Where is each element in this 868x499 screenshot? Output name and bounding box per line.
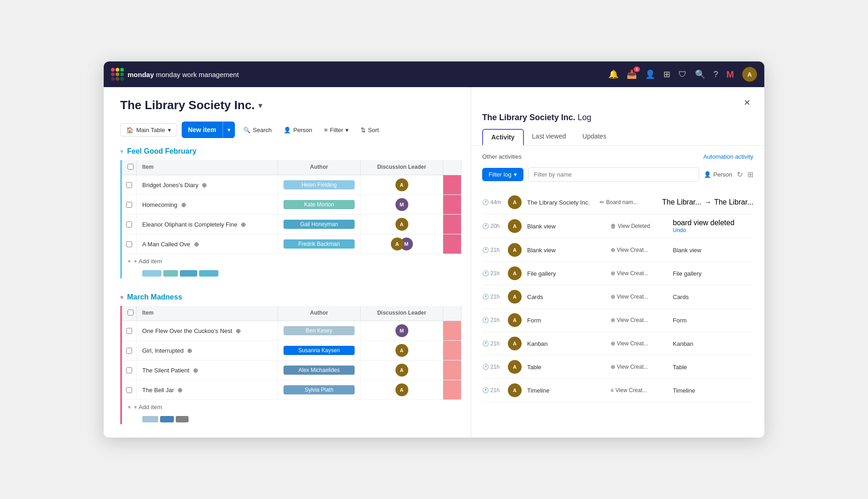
plus-icon-act: ⊕ [611, 294, 615, 300]
panel-tabs: Activity Last viewed Updates [482, 129, 753, 145]
tab-activity[interactable]: Activity [482, 129, 524, 146]
td-discussion-leader: M [361, 195, 443, 214]
drag-handle[interactable]: ··· [120, 354, 122, 364]
brand-icon[interactable]: M [726, 69, 734, 80]
help-icon[interactable]: ? [713, 70, 718, 79]
row-checkbox[interactable] [126, 328, 132, 334]
author-chip[interactable]: Helen Fielding [284, 180, 355, 189]
summary-chips-row-2 [122, 414, 462, 424]
add-item-row-2[interactable]: + + Add item [122, 400, 462, 414]
select-all-checkbox-2[interactable] [128, 310, 134, 316]
author-chip[interactable]: Susanna Kaysen [284, 346, 355, 355]
users-icon[interactable]: 👤 [645, 69, 655, 79]
tab-last-viewed[interactable]: Last viewed [524, 129, 574, 146]
row-checkbox[interactable] [126, 222, 132, 227]
activity-action: ⊕View Creat... [611, 317, 670, 323]
tab-updates[interactable]: Updates [574, 129, 615, 146]
group-feel-good-february: ▾ Feel Good February Item Author Discuss… [120, 147, 462, 278]
left-panel: The Library Society Inc. ▾ 🏠 Main Table … [104, 87, 471, 438]
activity-actor-name: Cards [527, 294, 608, 300]
search-button[interactable]: 🔍 Search [239, 124, 275, 136]
undo-link[interactable]: Undo [673, 227, 754, 233]
person-icon-tb: 👤 [284, 127, 291, 133]
add-update-icon[interactable]: ⊕ [181, 201, 186, 208]
author-chip[interactable]: Kate Morton [284, 200, 355, 209]
user-avatar[interactable]: A [742, 67, 757, 82]
summary-chip [142, 416, 158, 422]
add-update-icon[interactable]: ⊕ [193, 367, 198, 374]
add-item-row-1[interactable]: + + Add item [122, 254, 462, 268]
row-checkbox[interactable] [126, 241, 132, 247]
person-label: Person [293, 127, 312, 133]
activity-action: ≡ View Creat... [611, 387, 670, 394]
activity-value: File gallery [673, 270, 754, 277]
author-chip[interactable]: Alex Michaelides [284, 366, 355, 375]
activity-value: The Librar... → The Librar... [662, 198, 753, 206]
table-view-icon[interactable]: ⊞ [747, 170, 753, 179]
th-discussion-2: Discussion Leader [361, 306, 443, 321]
bell-icon[interactable]: 🔔 [608, 69, 618, 79]
th-author-2: Author [278, 306, 361, 321]
filter-name-input[interactable] [528, 167, 699, 182]
author-chip[interactable]: Ben Kesey [284, 326, 355, 335]
activity-avatar: A [508, 360, 522, 374]
logo-dot-1 [111, 68, 115, 72]
add-update-icon[interactable]: ⊕ [236, 327, 241, 334]
person-button[interactable]: 👤 Person [280, 124, 316, 136]
add-update-icon[interactable]: ⊕ [187, 347, 192, 354]
author-chip[interactable]: Sylvia Plath [284, 385, 355, 394]
home-icon: 🏠 [126, 127, 134, 133]
person-filter-label: Person [713, 171, 732, 178]
td-check [122, 360, 137, 380]
top-bar: monday monday work management 🔔 📥6 👤 ⊞ 🛡… [104, 61, 764, 87]
row-checkbox[interactable] [126, 348, 132, 354]
group-chevron-2[interactable]: ▾ [120, 294, 123, 301]
add-update-icon[interactable]: ⊕ [194, 241, 199, 248]
new-item-button[interactable]: New item ▾ [182, 122, 235, 138]
search-icon[interactable]: 🔍 [695, 69, 705, 79]
row-checkbox[interactable] [126, 182, 132, 188]
group-chevron-1[interactable]: ▾ [120, 148, 123, 155]
add-item-label: + Add item [134, 258, 162, 265]
sort-button[interactable]: ⇅ Sort [357, 124, 383, 136]
avatar: M [395, 324, 408, 337]
author-chip[interactable]: Gail Honeyman [284, 220, 355, 229]
item-text: Bridget Jones's Diary [142, 182, 198, 189]
filter-log-button[interactable]: Filter log ▾ [482, 168, 523, 181]
board-title-dropdown-icon[interactable]: ▾ [258, 100, 262, 111]
row-checkbox[interactable] [126, 202, 132, 208]
board-title: The Library Society Inc. [120, 98, 255, 112]
filter-row: Filter log ▾ 👤 Person ↻ ⊞ [482, 167, 753, 182]
td-check [122, 380, 137, 399]
activity-action: ⊕View Creat... [611, 294, 670, 300]
td-check [122, 341, 137, 360]
automation-activity-link[interactable]: Automation activity [703, 153, 753, 160]
td-color-bar [443, 360, 462, 380]
add-update-icon[interactable]: ⊕ [241, 221, 246, 228]
select-all-checkbox-1[interactable] [128, 164, 134, 170]
filter-button[interactable]: ≡ Filter ▾ [321, 124, 352, 136]
activity-value: Kanban [673, 340, 754, 347]
refresh-icon[interactable]: ↻ [737, 170, 743, 179]
panel-body: Other activities Automation activity Fil… [471, 146, 764, 438]
td-check [122, 234, 137, 254]
inbox-icon[interactable]: 📥6 [627, 69, 637, 79]
person-filter[interactable]: 👤 Person [704, 171, 732, 178]
sort-label: Sort [368, 127, 379, 133]
row-checkbox[interactable] [126, 387, 132, 393]
close-button[interactable]: ✕ [740, 96, 753, 109]
activity-avatar: A [508, 383, 522, 397]
main-table-selector[interactable]: 🏠 Main Table ▾ [120, 123, 177, 137]
grid-icon[interactable]: ⊞ [663, 69, 670, 79]
add-update-icon[interactable]: ⊕ [202, 182, 207, 189]
shield-icon[interactable]: 🛡 [679, 70, 687, 79]
add-update-icon[interactable]: ⊕ [178, 387, 183, 394]
td-item-name: The Silent Patient ⊕ [137, 360, 278, 380]
activity-row: 🕐21h A Table ⊕View Creat... Table [482, 355, 753, 379]
td-item-name: One Flew Over the Cuckoo's Nest ⊕ [137, 321, 278, 340]
activity-time: 🕐21h [482, 294, 505, 300]
author-chip[interactable]: Fredrik Backman [284, 239, 355, 249]
activity-avatar: A [508, 337, 522, 350]
td-discussion-leader: A [361, 360, 443, 380]
row-checkbox[interactable] [126, 367, 132, 373]
